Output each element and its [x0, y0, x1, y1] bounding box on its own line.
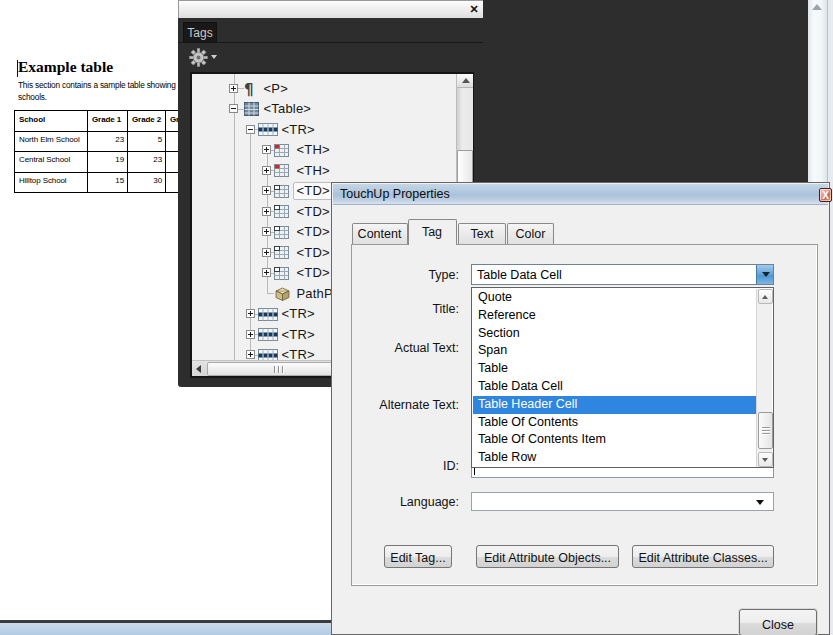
dialog-tab-color[interactable]: Color	[507, 223, 554, 245]
tab-divider	[178, 42, 483, 43]
table-row-tag-icon	[258, 308, 278, 321]
tree-item-p[interactable]: ¶<P>	[192, 78, 473, 98]
options-gear-button[interactable]	[189, 48, 219, 68]
table-row-tag-icon	[258, 328, 278, 341]
path-object-icon	[274, 286, 291, 301]
acrobat-window: Example table This section contains a sa…	[0, 0, 833, 635]
dropdown-option-table-of-contents[interactable]: Table Of Contents	[473, 414, 756, 432]
actual-text-label: Actual Text:	[352, 341, 459, 355]
tree-item-label: <TD>	[297, 265, 330, 280]
close-button[interactable]: Close	[739, 609, 817, 635]
dropdown-scrollbar[interactable]	[756, 289, 772, 467]
type-dropdown-list: QuoteReferenceSectionSpanTableTable Data…	[471, 287, 774, 468]
tree-scroll-left-button[interactable]	[192, 361, 206, 377]
scroll-up-icon[interactable]	[812, 4, 822, 10]
document-heading: Example table	[18, 58, 113, 76]
dialog-tab-tag[interactable]: Tag	[408, 219, 457, 245]
dropdown-option-table-of-contents-item[interactable]: Table Of Contents Item	[473, 431, 756, 449]
table-cell: 15	[88, 172, 128, 192]
dropdown-option-table-row[interactable]: Table Row	[473, 449, 756, 467]
dropdown-option-table-header-cell[interactable]: Table Header Cell	[473, 396, 757, 414]
expand-icon[interactable]	[262, 145, 271, 154]
dialog-close-button[interactable]: X	[819, 188, 832, 202]
dropdown-option-table[interactable]: Table	[473, 360, 756, 378]
tab-tags[interactable]: Tags	[183, 22, 217, 42]
dropdown-scroll-up-button[interactable]	[758, 289, 773, 304]
alternate-text-label: Alternate Text:	[352, 398, 459, 412]
edit-attribute-classes-button[interactable]: Edit Attribute Classes...	[632, 545, 774, 568]
expand-icon[interactable]	[262, 248, 271, 257]
expand-icon[interactable]	[229, 84, 238, 93]
expand-icon[interactable]	[262, 186, 271, 195]
table-row-tag-icon	[258, 123, 278, 136]
tree-item-th[interactable]: <TH>	[192, 160, 473, 180]
dialog-tab-content[interactable]: Content	[352, 223, 408, 245]
expand-icon[interactable]	[262, 227, 271, 236]
tree-item-label: <TD>	[297, 245, 330, 260]
dropdown-option-section[interactable]: Section	[473, 325, 756, 343]
dropdown-option-span[interactable]: Span	[473, 342, 756, 360]
title-label: Title:	[352, 302, 459, 316]
tree-item-label: <TH>	[297, 163, 330, 178]
dialog-tab-text[interactable]: Text	[458, 223, 506, 245]
dropdown-option-reference[interactable]: Reference	[473, 307, 756, 325]
table-cell: 5	[128, 132, 166, 152]
tags-panel-titlebar[interactable]: ✕	[178, 0, 483, 18]
gear-icon	[189, 48, 208, 67]
tree-item-tr[interactable]: <TR>	[192, 119, 473, 139]
table-tag-icon	[244, 102, 259, 116]
expand-icon[interactable]	[246, 330, 255, 339]
table-header-cell-tag-icon	[274, 144, 289, 157]
dropdown-scroll-thumb[interactable]	[758, 412, 773, 449]
chevron-down-icon	[756, 500, 764, 505]
document-vertical-scrollbar[interactable]	[808, 0, 827, 183]
scroll-down-icon	[762, 458, 768, 462]
table-header-cell: Grade 1	[88, 111, 128, 132]
thumb-grip	[274, 366, 275, 373]
scroll-up-icon	[462, 78, 470, 83]
paragraph-line: schools.	[18, 92, 179, 104]
dropdown-option-table-data-cell[interactable]: Table Data Cell	[473, 378, 756, 396]
thumb-grip	[278, 366, 279, 373]
table-cell: 19	[88, 152, 128, 172]
expand-icon[interactable]	[262, 166, 271, 175]
dropdown-option-quote[interactable]: Quote	[473, 289, 756, 307]
chevron-down-icon	[762, 272, 770, 277]
tree-item-label: <Table>	[264, 101, 312, 116]
dropdown-scroll-down-button[interactable]	[758, 452, 773, 467]
edit-attribute-objects-button[interactable]: Edit Attribute Objects...	[476, 545, 619, 568]
expand-icon[interactable]	[246, 309, 255, 318]
gear-dropdown-caret-icon	[211, 55, 217, 59]
tree-item-table[interactable]: <Table>	[192, 99, 473, 119]
collapse-icon[interactable]	[229, 104, 238, 113]
scroll-up-icon	[762, 295, 768, 299]
panel-close-icon[interactable]: ✕	[466, 2, 482, 17]
tree-scroll-up-button[interactable]	[457, 74, 474, 88]
table-data-cell-tag-icon	[274, 267, 289, 280]
language-combobox[interactable]	[471, 492, 774, 511]
dialog-titlebar[interactable]: TouchUp Properties X	[333, 184, 828, 205]
paragraph-line: This section contains a sample table sho…	[18, 80, 179, 92]
type-combobox[interactable]: Table Data Cell	[471, 264, 774, 285]
type-combobox-value: Table Data Cell	[477, 268, 562, 282]
type-combobox-dropdown-button[interactable]	[756, 265, 773, 284]
paragraph-tag-icon: ¶	[244, 81, 254, 99]
expand-icon[interactable]	[246, 350, 255, 359]
expand-icon[interactable]	[262, 207, 271, 216]
tree-item-label: <TR>	[282, 327, 315, 342]
table-cell: Hilltop School	[15, 172, 88, 192]
tree-item-label: <TR>	[282, 122, 315, 137]
table-data-cell-tag-icon	[274, 246, 289, 259]
thumb-grip	[282, 366, 283, 373]
expand-icon[interactable]	[262, 268, 271, 277]
type-label: Type:	[352, 268, 459, 282]
edit-tag-button[interactable]: Edit Tag...	[384, 545, 452, 568]
tree-item-label: <TD>	[297, 183, 330, 198]
window-bottom-frame	[0, 623, 331, 635]
tree-item-label: <TH>	[297, 142, 330, 157]
tree-item-label: <TR>	[282, 306, 315, 321]
table-header-cell: School	[15, 111, 88, 132]
tree-item-th[interactable]: <TH>	[192, 140, 473, 160]
tree-item-label: <P>	[264, 81, 288, 96]
collapse-icon[interactable]	[246, 125, 255, 134]
